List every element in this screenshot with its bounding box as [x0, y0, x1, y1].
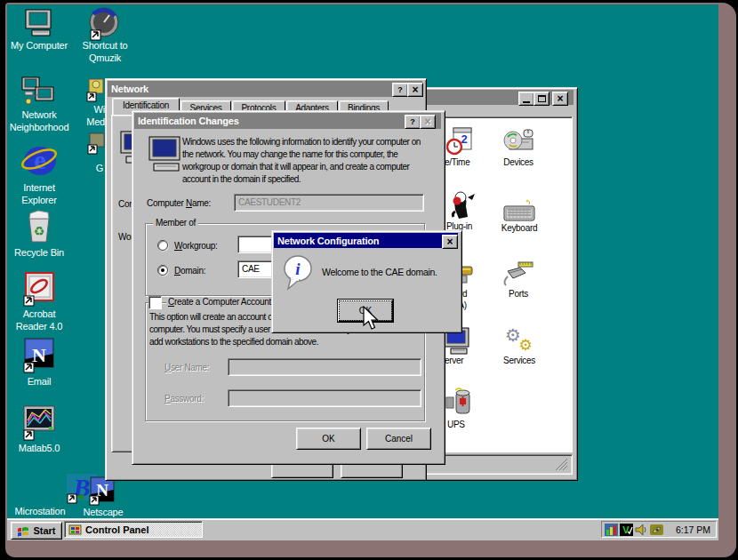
cp-icon-java-plugin[interactable]: [448, 188, 477, 220]
desktop-icon-label: Netscape: [69, 507, 137, 518]
close-button-disabled: ×: [420, 115, 436, 129]
graphics-tray-icon[interactable]: [650, 524, 663, 536]
desktop-icon-netscape[interactable]: N Netscape: [69, 476, 137, 519]
desktop-icon-label: Recycle Bin: [7, 247, 71, 259]
help-button[interactable]: ?: [405, 115, 421, 129]
network-neighborhood-icon: [21, 76, 55, 108]
volume-tray-icon[interactable]: [635, 524, 648, 536]
workgroup-label-rest: orkgroup:: [182, 241, 218, 251]
desktop-icon-internet-explorer[interactable]: e Internet Explorer: [7, 142, 71, 208]
user-name-label-rest: ser Name:: [171, 363, 209, 372]
svg-text:♻: ♻: [34, 224, 45, 238]
desktop-icon-label: Explorer: [7, 195, 71, 206]
qmuzik-icon: [85, 7, 121, 41]
network-dialog-title: Network: [111, 84, 148, 94]
domain-label: Domain:: [174, 266, 205, 276]
start-label: Start: [33, 525, 55, 536]
help-button[interactable]: ?: [392, 83, 408, 97]
ok-button[interactable]: OK: [296, 428, 361, 450]
cp-label-date-time[interactable]: e/Time: [445, 157, 469, 167]
windows-logo-icon: [17, 525, 30, 537]
svg-text:V: V: [622, 524, 630, 535]
cp-label-devices[interactable]: Devices: [492, 157, 545, 167]
member-of-label: Member of: [153, 218, 198, 228]
close-button[interactable]: ×: [552, 92, 568, 106]
domain-radio[interactable]: [157, 265, 168, 276]
cp-icon-devices[interactable]: [502, 128, 534, 156]
win-media-partial-icon: [84, 78, 107, 103]
desktop-icon-acrobat[interactable]: Acrobat Reader 4.0: [7, 272, 71, 334]
desktop-icon-label: Email: [7, 376, 71, 388]
task-button-control-panel[interactable]: Control Panel: [64, 521, 203, 538]
msgbox-titlebar[interactable]: Network Configuration: [274, 233, 458, 248]
maximize-button[interactable]: [533, 92, 549, 106]
g-partial-icon: [86, 132, 106, 156]
desktop-icon-win-media-partial[interactable]: Wi Med: [69, 78, 107, 132]
user-name-label-accel: U: [164, 363, 171, 372]
identification-dialog-titlebar[interactable]: Identification Changes: [134, 113, 441, 129]
network-dialog-titlebar[interactable]: Network: [108, 81, 422, 97]
desktop-icon-label: Shortcut to: [69, 40, 140, 52]
desktop-icon-label: Microstation: [2, 506, 78, 517]
computer-name-label-pre: Computer: [147, 198, 186, 208]
desktop-icon-email[interactable]: N Email: [7, 338, 71, 389]
workgroup-label: Workgroup:: [174, 241, 218, 251]
desktop-icon-label: Wi: [69, 104, 105, 116]
my-computer-icon: [23, 9, 55, 39]
msgbox-title: Network Configuration: [277, 236, 379, 246]
domain-label-accel: D: [174, 266, 180, 276]
resize-grip[interactable]: [555, 458, 568, 470]
desktop-icon-label: My Computer: [4, 40, 75, 52]
cp-icon-ups[interactable]: [445, 387, 475, 417]
minimize-button[interactable]: [518, 92, 534, 106]
cp-icon-date-time[interactable]: 2: [446, 127, 475, 156]
desktop-icon-label: Reader 4.0: [7, 321, 71, 332]
cp-icon-services[interactable]: ⚙⚙: [502, 324, 536, 354]
desktop-icon-label: Qmuzik: [69, 52, 140, 64]
desktop-icon-label: Network: [0, 109, 78, 121]
identification-dialog-title: Identification Changes: [138, 116, 239, 126]
desktop-icon-network-neighborhood[interactable]: Network Neighborhood: [0, 76, 78, 135]
desktop-icon-label: G: [80, 163, 103, 174]
workgroup-radio[interactable]: [157, 240, 168, 251]
user-name-field: [228, 358, 421, 376]
cp-icon-keyboard[interactable]: [502, 199, 536, 224]
desktop-icon-g-partial[interactable]: G: [80, 132, 105, 177]
svg-text:⚙: ⚙: [518, 336, 532, 354]
cp-label-ports[interactable]: Ports: [492, 289, 545, 299]
internet-explorer-icon: e: [20, 142, 59, 180]
computer-name-field: CAESTUDENT2: [234, 194, 424, 212]
matlab-icon: [22, 405, 56, 441]
system-tray: V 6:17 PM: [601, 521, 717, 538]
identification-intro-line4: account in the domain if specified.: [182, 174, 301, 184]
cp-icon-ports[interactable]: [501, 260, 536, 289]
desktop-icon-matlab[interactable]: Matlab5.0: [7, 405, 71, 457]
desktop-icon-label: Med: [69, 116, 105, 128]
desktop-icon-recycle-bin[interactable]: ♻ Recycle Bin: [7, 210, 71, 261]
netscape-icon: N: [89, 476, 116, 507]
start-button[interactable]: Start: [11, 522, 62, 540]
desktop-icon-my-computer[interactable]: My Computer: [4, 9, 75, 53]
cp-label-services[interactable]: Services: [492, 356, 547, 365]
desktop-icon-qmuzik[interactable]: Shortcut to Qmuzik: [69, 7, 140, 66]
desktop-icon-label: Acrobat: [7, 308, 71, 320]
cancel-button[interactable]: Cancel: [366, 428, 431, 450]
close-button[interactable]: ×: [442, 235, 458, 249]
task-button-label: Control Panel: [85, 524, 149, 535]
virus-scan-tray-icon[interactable]: V: [620, 524, 633, 536]
cp-label-server[interactable]: erver: [445, 356, 463, 365]
identification-intro-line2: the network. You may change the name for…: [182, 149, 397, 159]
domain-label-rest: omain:: [180, 266, 205, 276]
close-button[interactable]: ×: [407, 83, 423, 97]
email-icon: N: [22, 338, 56, 373]
recycle-bin-icon: ♻: [22, 210, 56, 244]
meter-tray-icon[interactable]: [605, 524, 618, 536]
create-account-label-accel: C: [168, 297, 174, 307]
cp-label-ups[interactable]: UPS: [447, 420, 465, 429]
control-panel-icon: [68, 524, 82, 535]
tray-clock[interactable]: 6:17 PM: [676, 524, 710, 535]
password-field: [228, 389, 421, 407]
create-account-checkbox[interactable]: [148, 296, 162, 309]
cp-label-keyboard[interactable]: Keyboard: [492, 223, 547, 233]
computer-name-label-rest: ame:: [192, 198, 211, 208]
